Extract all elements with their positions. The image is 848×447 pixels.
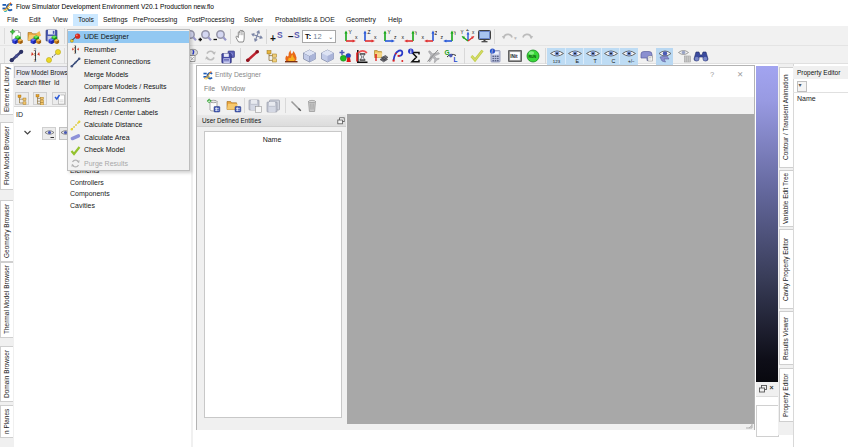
svg-text:RUN: RUN: [528, 55, 536, 59]
svg-text:x: x: [402, 34, 405, 40]
svg-text:x: x: [355, 34, 358, 40]
svg-text:z: z: [394, 34, 397, 40]
svg-text:3: 3: [74, 51, 76, 55]
svg-text:E: E: [576, 58, 580, 64]
svg-text:+/−: +/−: [628, 59, 635, 64]
svg-text:Z: Z: [368, 29, 371, 35]
svg-text:Y: Y: [388, 29, 392, 35]
svg-text:Z: Z: [466, 29, 469, 32]
svg-text:Y: Y: [349, 29, 353, 35]
svg-text:Y: Y: [454, 30, 457, 36]
svg-text:Z: Z: [435, 30, 438, 36]
svg-text:1: 1: [34, 52, 37, 57]
svg-text:z: z: [441, 34, 444, 40]
svg-text:x: x: [422, 34, 425, 40]
svg-text:Y: Y: [461, 30, 464, 35]
svg-text:INit: INit: [510, 54, 518, 59]
svg-text:Y: Y: [415, 30, 418, 36]
svg-text:123: 123: [553, 59, 561, 64]
svg-text:x: x: [374, 34, 377, 40]
svg-text:C: C: [612, 58, 616, 64]
svg-text:x: x: [472, 30, 475, 35]
svg-text:3: 3: [34, 58, 37, 63]
svg-text:T: T: [594, 58, 598, 64]
svg-text:G: G: [445, 49, 450, 56]
svg-text:L: L: [454, 56, 458, 63]
